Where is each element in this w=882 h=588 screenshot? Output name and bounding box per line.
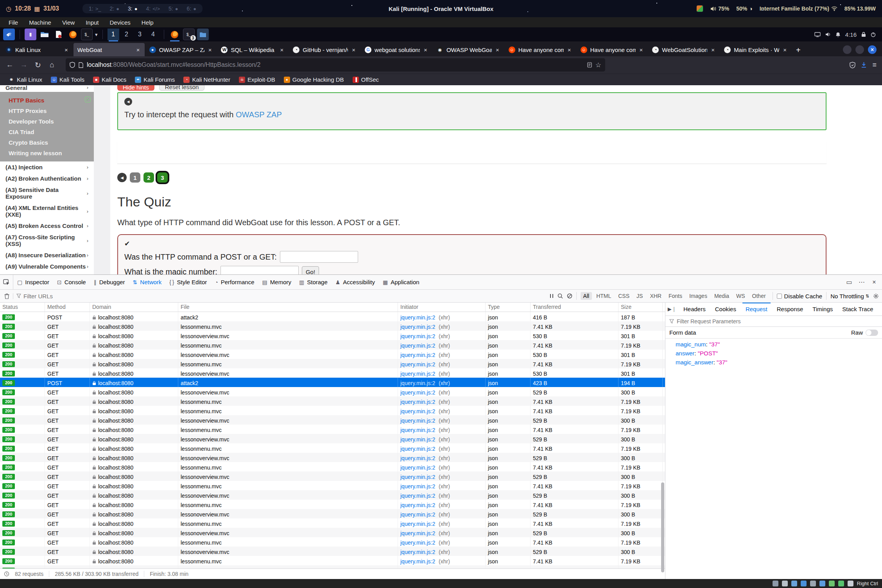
page-info-icon[interactable] [79, 62, 83, 68]
url-text[interactable]: localhost:8080/WebGoat/start.mvc#lesson/… [87, 61, 584, 68]
power-button-icon[interactable] [871, 32, 876, 37]
initiator-link[interactable]: jquery.min.js:2 [400, 371, 435, 377]
recording-icon[interactable] [838, 581, 844, 586]
taskbar-workspace-2[interactable]: 2 [121, 29, 133, 40]
usb-icon[interactable] [810, 581, 816, 586]
reset-lesson-button[interactable]: Reset lesson [159, 85, 205, 91]
network-request-row[interactable]: 200GETlocalhost:8080lessonmenu.mvcjquery… [0, 500, 665, 509]
network-request-row[interactable]: 200GETlocalhost:8080lessonoverview.mvcjq… [0, 471, 665, 481]
sidebar-category[interactable]: (A7) Cross-Site Scripting (XSS)› [0, 231, 94, 249]
home-button[interactable]: ⌂ [46, 59, 58, 71]
devtools-tab-network[interactable]: ⇅Network [129, 275, 166, 289]
initiator-link[interactable]: jquery.min.js:2 [400, 408, 435, 414]
extension-shield-icon[interactable] [850, 62, 855, 68]
terminal-launcher-icon[interactable]: $_ [81, 29, 93, 40]
download-icon[interactable] [861, 62, 867, 68]
initiator-link[interactable]: jquery.min.js:2 [400, 530, 435, 536]
host-workspace-3[interactable]: 3:● [128, 5, 138, 12]
menubar-item-file[interactable]: File [4, 18, 23, 27]
performance-analysis-icon[interactable] [4, 571, 9, 577]
initiator-link[interactable]: jquery.min.js:2 [400, 324, 435, 330]
column-header-domain[interactable]: Domain [90, 303, 178, 312]
file-manager-icon[interactable] [39, 29, 50, 40]
browser-tab-1[interactable]: WebGoat× [74, 43, 145, 56]
tab-close-icon[interactable]: × [567, 47, 572, 53]
bookmark-offsec[interactable]: ▐OffSec [349, 75, 383, 84]
column-header-status[interactable]: Status [0, 303, 45, 312]
pagination-page-1[interactable]: 1 [130, 172, 140, 183]
filter-request-parameters-input[interactable]: Filter Request Parameters [665, 316, 882, 327]
disable-cache-checkbox[interactable] [777, 294, 782, 299]
initiator-link[interactable]: jquery.min.js:2 [400, 389, 435, 396]
raw-toggle[interactable] [866, 330, 878, 336]
sidebar-item-general[interactable]: General › [0, 85, 94, 92]
url-bar[interactable]: localhost:8080/WebGoat/start.mvc#lesson/… [66, 58, 605, 72]
tab-close-icon[interactable]: × [639, 47, 644, 53]
hide-hints-button[interactable]: Hide hints [117, 85, 154, 91]
menubar-item-input[interactable]: Input [81, 18, 103, 27]
initiator-link[interactable]: jquery.min.js:2 [400, 493, 435, 499]
sidebar-category[interactable]: (A4) XML External Entities (XXE)› [0, 202, 94, 220]
firefox-window-button[interactable] [169, 29, 181, 40]
shared-folder-icon[interactable] [819, 581, 825, 586]
browser-tab-7[interactable]: ☺Have anyone comple× [505, 43, 576, 56]
host-workspace-2[interactable]: 2:● [109, 5, 119, 12]
reader-mode-icon[interactable] [587, 62, 592, 68]
devtools-tab-style-editor[interactable]: { }Style Editor [165, 275, 211, 289]
virtualbox-dock-icon[interactable] [696, 5, 703, 12]
pick-element-icon[interactable] [0, 275, 13, 289]
network-request-row[interactable]: 200GETlocalhost:8080lessonoverview.mvcjq… [0, 434, 665, 443]
network-request-row[interactable]: 200GETlocalhost:8080lessonmenu.mvcjquery… [0, 340, 665, 350]
bookmark-exploitdb[interactable]: ☠Exploit-DB [235, 75, 279, 84]
sidebar-category[interactable]: (A1) Injection› [0, 161, 94, 173]
optical-drive-icon[interactable] [782, 581, 788, 586]
magic-number-input[interactable] [220, 266, 299, 274]
filter-pill-xhr[interactable]: XHR [647, 292, 664, 300]
go-button[interactable]: Go! [302, 266, 319, 274]
devtools-close-icon[interactable]: × [869, 277, 880, 288]
taskbar-workspace-1[interactable]: 1 [108, 29, 119, 40]
devtools-tab-console[interactable]: ⊡Console [53, 275, 90, 289]
menubar-item-help[interactable]: Help [137, 18, 158, 27]
sidebar-category[interactable]: (A8) Insecure Deserialization› [0, 249, 94, 261]
browser-tab-8[interactable]: ☺Have anyone comple× [577, 43, 648, 56]
column-header-size[interactable]: Size [618, 303, 663, 312]
network-request-row[interactable]: 200GETlocalhost:8080lessonmenu.mvcjquery… [0, 556, 665, 565]
browser-tab-6[interactable]: ◉OWASP WebGoat: G× [433, 43, 504, 56]
requests-count[interactable]: 82 requests [15, 571, 43, 577]
browser-tab-0[interactable]: ✺Kali Linux× [2, 43, 73, 56]
initiator-link[interactable]: jquery.min.js:2 [400, 521, 435, 527]
network-request-row[interactable]: 200GETlocalhost:8080lessonoverview.mvcjq… [0, 453, 665, 462]
filter-pill-images[interactable]: Images [687, 292, 710, 300]
sidebar-lesson-http-proxies[interactable]: HTTP Proxies [0, 106, 94, 116]
taskbar-workspace-4[interactable]: 4 [147, 29, 159, 40]
network-request-row[interactable]: 200GETlocalhost:8080lessonmenu.mvcjquery… [0, 396, 665, 406]
column-header-initiator[interactable]: Initiator [398, 303, 486, 312]
minimize-button[interactable] [843, 45, 852, 54]
devtools-tab-performance[interactable]: ◔Performance [211, 275, 258, 289]
host-workspace-indicator[interactable]: 1:>_2:●3:●4:</>5:●6:● [82, 4, 203, 13]
network-request-row[interactable]: 200GETlocalhost:8080lessonoverview.mvcjq… [0, 490, 665, 500]
browser-tab-2[interactable]: ●OWASP ZAP – ZAP i× [145, 43, 217, 56]
reload-button[interactable]: ↻ [32, 59, 44, 71]
tracking-shield-icon[interactable] [70, 62, 75, 68]
sidebar-category[interactable]: (A3) Sensitive Data Exposure› [0, 184, 94, 202]
tab-close-icon[interactable]: × [208, 47, 213, 53]
bookmark-ghdb[interactable]: ●Google Hacking DB [280, 75, 348, 84]
devtools-tab-memory[interactable]: ▤Memory [258, 275, 295, 289]
detail-tab-stack-trace[interactable]: Stack Trace [837, 303, 878, 315]
network-request-row[interactable]: 200POSTlocalhost:8080attack2jquery.min.j… [0, 312, 665, 321]
initiator-link[interactable]: jquery.min.js:2 [400, 427, 435, 433]
bookmark-docs[interactable]: ■Kali Docs [90, 75, 130, 84]
menubar-item-devices[interactable]: Devices [105, 18, 135, 27]
initiator-link[interactable]: jquery.min.js:2 [400, 446, 435, 452]
initiator-link[interactable]: jquery.min.js:2 [400, 474, 435, 480]
filter-pill-js[interactable]: JS [634, 292, 645, 300]
network-request-row[interactable]: 200GETlocalhost:8080lessonoverview.mvcjq… [0, 368, 665, 378]
column-header-file[interactable]: File [178, 303, 398, 312]
tab-close-icon[interactable]: × [279, 47, 284, 53]
power-indicator[interactable]: 85% 13.99W [844, 5, 876, 12]
initiator-link[interactable]: jquery.min.js:2 [400, 352, 435, 358]
close-window-button[interactable]: × [868, 45, 877, 54]
sidebar-category[interactable]: (A5) Broken Access Control› [0, 220, 94, 231]
